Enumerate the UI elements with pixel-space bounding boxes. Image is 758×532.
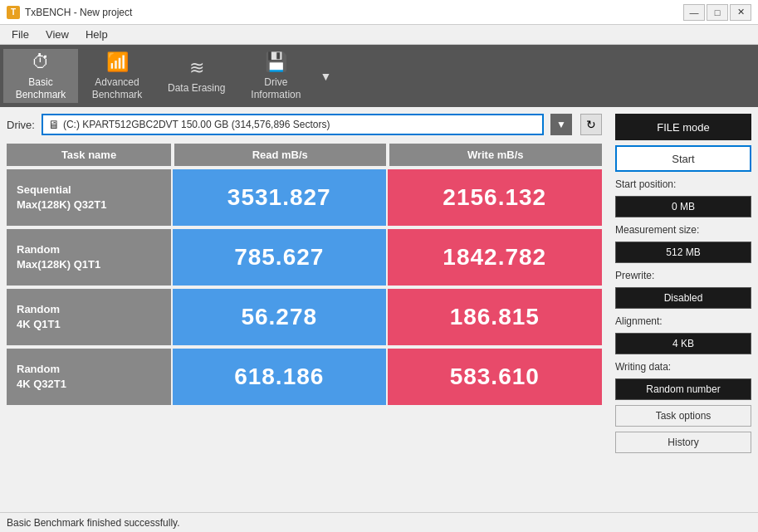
drive-information-label: DriveInformation [251,76,301,100]
read-value-3: 56.278 [173,289,386,345]
start-position-label: Start position: [615,178,751,190]
drive-bar: Drive: 🖥 (C:) KPART512GBC2DVT 150.00 GB … [7,114,602,135]
alignment-label: Alignment: [615,315,751,327]
task-name-3: Random4K Q1T1 [7,289,171,345]
status-message: Basic Benchmark finished successfully. [7,517,180,529]
benchmark-header: Task name Read mB/s Write mB/s [7,144,602,166]
left-panel: Drive: 🖥 (C:) KPART512GBC2DVT 150.00 GB … [0,107,609,512]
menu-view[interactable]: View [37,27,77,42]
drive-select[interactable]: 🖥 (C:) KPART512GBC2DVT 150.00 GB (314,57… [42,114,544,135]
app-icon: T [7,6,20,19]
task-name-1: SequentialMax(128K) Q32T1 [7,169,171,226]
table-row: Random4K Q32T1 618.186 583.610 [7,349,602,405]
alignment-value[interactable]: 4 KB [615,333,751,354]
prewrite-value[interactable]: Disabled [615,287,751,309]
tab-data-erasing[interactable]: ≋ Data Erasing [156,49,237,103]
writing-data-label: Writing data: [615,361,751,373]
col-write: Write mB/s [389,144,603,166]
chart-icon: 📶 [106,51,129,73]
titlebar-controls: — □ ✕ [683,4,751,21]
tab-basic-benchmark[interactable]: ⏱ BasicBenchmark [3,49,78,103]
read-value-2: 785.627 [173,229,386,286]
task-options-button[interactable]: Task options [615,405,751,427]
maximize-button[interactable]: □ [707,4,728,21]
toolbar: ⏱ BasicBenchmark 📶 AdvancedBenchmark ≋ D… [0,45,758,107]
col-read: Read mB/s [174,144,386,166]
titlebar-title: TxBENCH - New project [25,7,683,18]
statusbar: Basic Benchmark finished successfully. [0,512,758,532]
advanced-benchmark-label: AdvancedBenchmark [92,76,143,100]
clock-icon: ⏱ [32,51,50,73]
drive-value: (C:) KPART512GBC2DVT 150.00 GB (314,576,… [63,119,330,130]
read-value-1: 3531.827 [173,169,386,226]
file-mode-button[interactable]: FILE mode [615,114,751,140]
tab-advanced-benchmark[interactable]: 📶 AdvancedBenchmark [80,49,154,103]
erase-icon: ≋ [189,57,204,79]
close-button[interactable]: ✕ [730,4,751,21]
col-task-name: Task name [7,144,171,166]
table-row: SequentialMax(128K) Q32T1 3531.827 2156.… [7,169,602,226]
write-value-4: 583.610 [388,349,603,405]
right-panel: FILE mode Start Start position: 0 MB Mea… [609,107,758,512]
task-name-4: Random4K Q32T1 [7,349,171,405]
minimize-button[interactable]: — [683,4,705,21]
main-area: Drive: 🖥 (C:) KPART512GBC2DVT 150.00 GB … [0,107,758,512]
history-button[interactable]: History [615,432,751,453]
menu-file[interactable]: File [3,27,37,42]
basic-benchmark-label: BasicBenchmark [16,76,66,100]
drive-dropdown-button[interactable]: ▼ [550,114,572,135]
menubar: File View Help [0,25,758,45]
measurement-size-label: Measurement size: [615,224,751,236]
write-value-2: 1842.782 [388,229,603,286]
prewrite-label: Prewrite: [615,270,751,281]
start-button[interactable]: Start [615,145,751,172]
titlebar: T TxBENCH - New project — □ ✕ [0,0,758,25]
start-position-value[interactable]: 0 MB [615,196,751,217]
table-row: Random4K Q1T1 56.278 186.815 [7,289,602,345]
data-erasing-label: Data Erasing [168,82,225,94]
writing-data-value[interactable]: Random number [615,378,751,400]
task-name-2: RandomMax(128K) Q1T1 [7,229,171,286]
drive-refresh-button[interactable]: ↻ [580,114,602,135]
write-value-1: 2156.132 [388,169,603,226]
menu-help[interactable]: Help [77,27,116,42]
toolbar-more-button[interactable]: ▼ [315,49,336,103]
write-value-3: 186.815 [388,289,603,345]
read-value-4: 618.186 [173,349,386,405]
drive-icon: 💾 [265,51,287,73]
measurement-size-value[interactable]: 512 MB [615,242,751,263]
drive-label: Drive: [7,119,35,131]
drive-icon-small: 🖥 [48,118,60,131]
tab-drive-information[interactable]: 💾 DriveInformation [238,49,313,103]
table-row: RandomMax(128K) Q1T1 785.627 1842.782 [7,229,602,286]
